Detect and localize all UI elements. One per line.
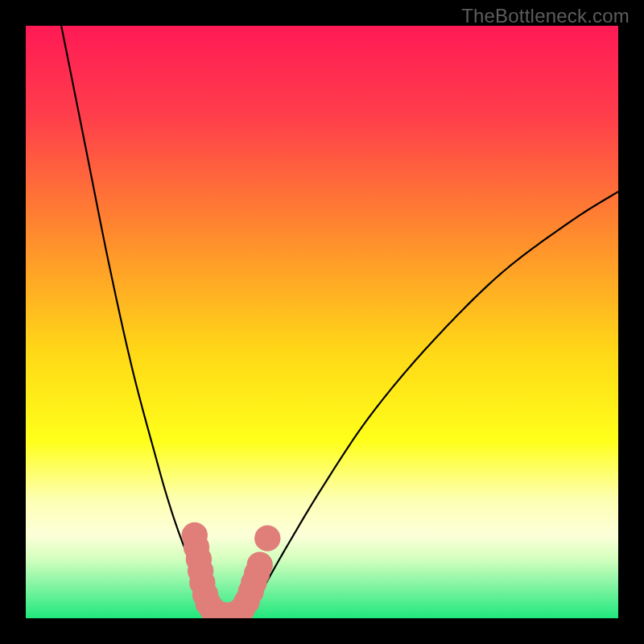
marker-dot bbox=[254, 525, 280, 551]
chart-frame: TheBottleneck.com bbox=[0, 0, 644, 644]
watermark-label: TheBottleneck.com bbox=[461, 5, 630, 27]
bottleneck-chart bbox=[26, 26, 618, 618]
plot-area bbox=[26, 26, 618, 618]
marker-dot bbox=[247, 552, 273, 578]
gradient-background bbox=[26, 26, 618, 618]
